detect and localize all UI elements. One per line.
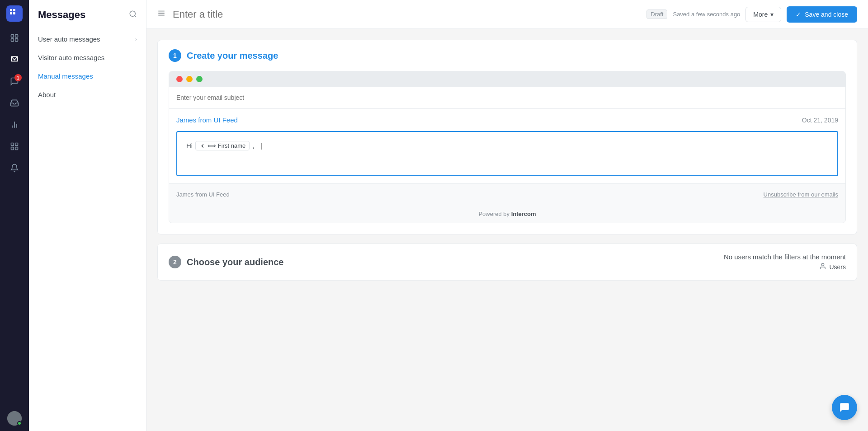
email-footer: James from UI Feed Unsubscribe from our … bbox=[169, 183, 845, 205]
section2-header: 2 Choose your audience No users match th… bbox=[158, 244, 857, 280]
sidebar-item-user-auto-messages[interactable]: User auto messages › bbox=[29, 30, 146, 48]
user-avatar[interactable] bbox=[7, 411, 22, 426]
powered-by: Powered by Intercom bbox=[169, 205, 845, 223]
section1-number: 1 bbox=[169, 49, 181, 62]
section2-number: 2 bbox=[169, 256, 181, 268]
section1-header: 1 Create your message bbox=[158, 40, 857, 71]
svg-point-15 bbox=[130, 11, 135, 16]
save-close-button[interactable]: ✓ Save and close bbox=[787, 6, 857, 23]
first-name-tag[interactable]: ⟺ First name bbox=[195, 141, 250, 150]
email-body[interactable]: Hi ⟺ First name , | bbox=[176, 131, 838, 176]
chat-widget[interactable] bbox=[832, 395, 857, 420]
email-subject-input[interactable] bbox=[169, 87, 845, 109]
audience-users: Users bbox=[724, 262, 846, 271]
svg-rect-6 bbox=[11, 39, 14, 42]
sidebar-title: Messages bbox=[29, 9, 146, 30]
sidebar-item-about[interactable]: About bbox=[29, 85, 146, 104]
maximize-dot bbox=[196, 76, 203, 82]
choose-audience-section: 2 Choose your audience No users match th… bbox=[157, 244, 857, 281]
content-area: 1 Create your message James from UI Feed… bbox=[146, 29, 868, 431]
email-preview: James from UI Feed Oct 21, 2019 Hi ⟺ Fir… bbox=[169, 71, 846, 223]
header: Draft Saved a few seconds ago More ▾ ✓ S… bbox=[146, 0, 868, 29]
draft-badge: Draft bbox=[646, 9, 667, 19]
chevron-right-icon: › bbox=[135, 36, 137, 42]
svg-point-20 bbox=[822, 263, 824, 266]
svg-rect-3 bbox=[13, 12, 15, 14]
cursor-symbol: | bbox=[260, 142, 262, 150]
email-titlebar bbox=[169, 71, 845, 87]
no-users-text: No users match the filters at the moment bbox=[724, 253, 846, 261]
menu-icon[interactable] bbox=[157, 9, 165, 19]
svg-rect-5 bbox=[15, 35, 18, 37]
section1-title: Create your message bbox=[187, 51, 278, 61]
unsubscribe-link[interactable]: Unsubscribe from our emails bbox=[764, 191, 838, 198]
minimize-dot bbox=[186, 76, 193, 82]
svg-rect-11 bbox=[11, 143, 14, 146]
svg-rect-0 bbox=[10, 9, 12, 11]
svg-rect-4 bbox=[11, 35, 14, 37]
email-from-row: James from UI Feed Oct 21, 2019 bbox=[169, 109, 845, 131]
sidebar-item-chat[interactable]: 1 bbox=[5, 72, 24, 90]
sidebar-item-visitor-auto-messages[interactable]: Visitor auto messages bbox=[29, 48, 146, 67]
sidebar-item-reports[interactable] bbox=[5, 116, 24, 134]
svg-rect-12 bbox=[15, 143, 18, 146]
checkmark-icon: ✓ bbox=[796, 11, 801, 18]
sidebar-item-apps[interactable] bbox=[5, 137, 24, 155]
sidebar-item-home[interactable] bbox=[5, 29, 24, 47]
email-footer-name: James from UI Feed bbox=[176, 191, 230, 198]
email-date: Oct 21, 2019 bbox=[802, 117, 838, 124]
svg-rect-13 bbox=[11, 147, 14, 150]
more-button[interactable]: More ▾ bbox=[745, 7, 781, 22]
header-right: Saved a few seconds ago More ▾ ✓ Save an… bbox=[673, 6, 857, 23]
email-body-text: Hi ⟺ First name , | bbox=[186, 141, 828, 150]
online-indicator bbox=[17, 421, 22, 426]
chat-badge: 1 bbox=[14, 74, 22, 81]
svg-rect-1 bbox=[13, 9, 15, 11]
svg-line-16 bbox=[134, 15, 136, 17]
chevron-down-icon: ▾ bbox=[770, 11, 774, 18]
svg-rect-14 bbox=[15, 147, 18, 150]
sidebar-item-notifications[interactable] bbox=[5, 159, 24, 177]
email-from-name: James from UI Feed bbox=[176, 116, 238, 124]
search-icon[interactable] bbox=[129, 10, 137, 20]
sidebar-item-manual-messages[interactable]: Manual messages bbox=[29, 67, 146, 85]
sidebar-item-inbox[interactable] bbox=[5, 94, 24, 112]
svg-rect-7 bbox=[15, 39, 18, 42]
main-content: Draft Saved a few seconds ago More ▾ ✓ S… bbox=[146, 0, 868, 431]
sidebar-item-messages[interactable] bbox=[5, 51, 24, 69]
sidebar-nav: User auto messages › Visitor auto messag… bbox=[29, 30, 146, 104]
user-icon bbox=[819, 262, 826, 271]
title-input[interactable] bbox=[173, 9, 641, 20]
saved-status: Saved a few seconds ago bbox=[673, 11, 740, 18]
icon-bar: 1 bbox=[0, 0, 29, 431]
svg-rect-2 bbox=[10, 12, 12, 14]
section2-title: Choose your audience bbox=[187, 257, 284, 267]
app-logo[interactable] bbox=[6, 5, 23, 22]
sidebar: Messages User auto messages › Visitor au… bbox=[29, 0, 146, 431]
email-body-wrapper: Hi ⟺ First name , | bbox=[169, 131, 845, 183]
close-dot bbox=[176, 76, 183, 82]
create-message-section: 1 Create your message James from UI Feed… bbox=[157, 40, 857, 234]
